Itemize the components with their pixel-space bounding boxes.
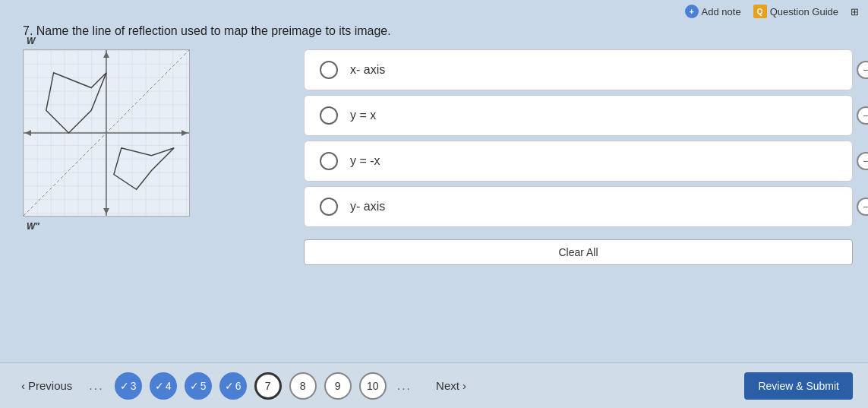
check-icon-3: ✓ [120,380,129,392]
page-num-10: 10 [367,380,379,392]
previous-label: Previous [28,379,72,392]
graph-container [23,49,190,217]
prev-chevron-icon: ‹ [21,379,25,392]
nav-dots-left: ... [86,379,106,393]
radio-ynegx [320,152,338,170]
page-num-4: 4 [166,380,172,392]
graph-label-top: W [27,36,35,46]
expand-icon: ⊞ [851,6,859,17]
top-bar: + Add note Q Question Guide ⊞ [676,0,868,23]
page-btn-8[interactable]: 8 [289,372,317,400]
bottom-nav: ‹ Previous ... ✓ 3 ✓ 4 ✓ 5 ✓ 6 7 8 9 10 … [0,362,868,408]
options-area: x- axis − y = x − y = -x − y- axis − Cle… [304,49,853,265]
next-button[interactable]: Next › [430,376,472,395]
page-btn-10[interactable]: 10 [359,372,387,400]
minus-ynegx[interactable]: − [857,152,868,170]
option-ynegx[interactable]: y = -x − [304,141,853,182]
option-xaxis-label: x- axis [350,63,385,77]
next-chevron-icon: › [462,379,466,392]
page-btn-9[interactable]: 9 [324,372,352,400]
minus-yaxis[interactable]: − [857,198,868,216]
check-icon-4: ✓ [155,380,164,392]
minus-yx[interactable]: − [857,106,868,125]
check-icon-6: ✓ [225,380,234,392]
page-num-6: 6 [235,380,241,392]
option-ynegx-label: y = -x [350,154,380,168]
page-num-3: 3 [131,380,137,392]
expand-button[interactable]: ⊞ [851,6,859,17]
graph-area: W [23,49,205,220]
page-num-9: 9 [335,380,341,392]
radio-yaxis [320,198,338,216]
next-label: Next [436,379,459,392]
page-btn-5[interactable]: ✓ 5 [185,372,212,400]
previous-button[interactable]: ‹ Previous [15,376,78,395]
add-note-icon: + [685,5,699,18]
page-btn-4[interactable]: ✓ 4 [150,372,177,400]
radio-yx [320,106,338,125]
question-guide-label: Question Guide [770,6,838,17]
option-xaxis[interactable]: x- axis − [304,49,853,90]
page-num-8: 8 [300,380,306,392]
review-submit-button[interactable]: Review & Submit [744,372,853,400]
minus-xaxis[interactable]: − [857,61,868,79]
radio-xaxis [320,61,338,79]
question-guide-button[interactable]: Q Question Guide [753,5,838,18]
question-guide-icon: Q [753,5,767,18]
check-icon-5: ✓ [190,380,199,392]
add-note-button[interactable]: + Add note [685,5,741,18]
option-yx[interactable]: y = x − [304,95,853,136]
option-yaxis[interactable]: y- axis − [304,186,853,227]
page-num-7: 7 [265,380,271,392]
option-yaxis-label: y- axis [350,200,385,213]
question-body: Name the line of reflection used to map … [36,24,391,37]
page-btn-6[interactable]: ✓ 6 [219,372,247,400]
page-btn-3[interactable]: ✓ 3 [115,372,142,400]
option-yx-label: y = x [350,109,376,122]
question-text: 7. Name the line of reflection used to m… [23,24,391,38]
page-num-5: 5 [200,380,207,392]
clear-all-button[interactable]: Clear All [304,239,853,265]
nav-dots-right: ... [394,379,415,393]
page-btn-7[interactable]: 7 [254,372,282,400]
add-note-label: Add note [702,6,741,17]
graph-label-bottom: W" [27,221,39,232]
graph-grid-svg [24,50,189,216]
